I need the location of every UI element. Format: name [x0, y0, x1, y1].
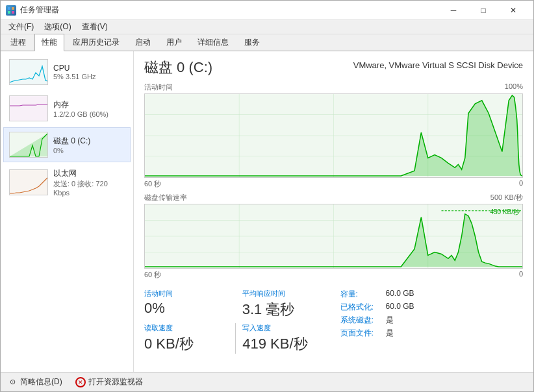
activity-chart-section: 活动时间 100%: [144, 82, 523, 189]
stat-read: 读取速度 0 KB/秒: [144, 323, 236, 354]
network-info: 以太网 发送: 0 接收: 720 Kbps: [53, 168, 125, 197]
formatted-value: 60.0 GB: [386, 302, 414, 313]
stat-formatted: 已格式化: 60.0 GB: [340, 302, 524, 313]
resource-monitor-label: 打开资源监视器: [88, 376, 143, 387]
stat-response: 平均响应时间 3.1 毫秒: [242, 289, 327, 319]
activity-value: 0%: [144, 300, 229, 317]
maximize-button[interactable]: □: [468, 1, 498, 20]
read-value: 0 KB/秒: [144, 334, 229, 354]
network-subtitle: 发送: 0 接收: 720 Kbps: [53, 179, 125, 197]
chart2-x-labels: 60 秒 0: [144, 270, 523, 280]
stat-row-bottom: 读取速度 0 KB/秒 写入速度 419 KB/秒: [144, 323, 327, 354]
app-icon: [6, 5, 16, 16]
cpu-mini-graph: [9, 59, 48, 85]
svg-rect-5: [10, 96, 47, 121]
disk-title: 磁盘 0 (C:): [53, 136, 125, 147]
system-value: 是: [386, 315, 394, 326]
cpu-title: CPU: [53, 64, 125, 73]
chart2-right-label: 450 KB/秒: [490, 208, 520, 217]
read-label: 读取速度: [144, 323, 229, 333]
stat-pagefile: 页面文件: 是: [340, 328, 524, 339]
window-controls: ─ □ ✕: [439, 1, 528, 20]
title-bar: 任务管理器 ─ □ ✕: [1, 1, 533, 20]
tab-performance[interactable]: 性能: [34, 34, 64, 51]
chart1-label: 活动时间: [144, 82, 173, 92]
pagefile-value: 是: [386, 328, 394, 339]
stat-activity: 活动时间 0%: [144, 289, 229, 319]
disk-mini-graph: [9, 132, 48, 158]
tab-process[interactable]: 进程: [3, 34, 33, 51]
tab-details[interactable]: 详细信息: [190, 34, 236, 51]
chart1-x-start: 60 秒: [144, 179, 161, 189]
collapse-label: 简略信息(D): [20, 376, 62, 387]
menu-file[interactable]: 文件(F): [3, 20, 39, 34]
resource-monitor-icon: ✕: [75, 377, 86, 387]
activity-chart: [144, 93, 523, 178]
detail-title: 磁盘 0 (C:): [144, 58, 212, 77]
close-button[interactable]: ✕: [498, 1, 528, 20]
tab-startup[interactable]: 启动: [128, 34, 158, 51]
capacity-label: 容量:: [340, 289, 386, 300]
menu-options[interactable]: 选项(O): [39, 20, 76, 34]
svg-rect-0: [8, 7, 10, 10]
activity-label: 活动时间: [144, 289, 229, 299]
write-label: 写入速度: [242, 323, 327, 333]
resource-monitor-button[interactable]: ✕ 打开资源监视器: [75, 376, 143, 387]
response-label: 平均响应时间: [242, 289, 327, 299]
memory-subtitle: 1.2/2.0 GB (60%): [53, 110, 125, 118]
pagefile-label: 页面文件:: [340, 328, 386, 339]
write-value: 419 KB/秒: [242, 334, 327, 354]
tab-services[interactable]: 服务: [237, 34, 267, 51]
tab-history[interactable]: 应用历史记录: [66, 34, 127, 51]
stat-row-top: 活动时间 0% 平均响应时间 3.1 毫秒: [144, 289, 327, 319]
window-title: 任务管理器: [20, 5, 59, 16]
svg-rect-1: [12, 7, 14, 10]
bottom-bar: ⊙ 简略信息(D) ✕ 打开资源监视器: [1, 372, 533, 391]
formatted-label: 已格式化:: [340, 302, 386, 313]
chart2-label: 磁盘传输速率: [144, 193, 187, 202]
collapse-icon: ⊙: [7, 377, 18, 387]
transfer-chart-section: 磁盘传输速率 500 KB/秒: [144, 193, 523, 280]
stats-right: 容量: 60.0 GB 已格式化: 60.0 GB 系统磁盘: 是 页面文件: …: [327, 289, 524, 354]
chart2-label-row: 磁盘传输速率 500 KB/秒: [144, 193, 523, 202]
capacity-value: 60.0 GB: [386, 289, 414, 300]
memory-info: 内存 1.2/2.0 GB (60%): [53, 99, 125, 118]
svg-rect-3: [12, 11, 14, 14]
stat-capacity: 容量: 60.0 GB: [340, 289, 524, 300]
network-title: 以太网: [53, 168, 125, 179]
detail-panel: 磁盘 0 (C:) VMware, VMware Virtual S SCSI …: [134, 51, 533, 372]
cpu-info: CPU 5% 3.51 GHz: [53, 64, 125, 80]
title-bar-left: 任务管理器: [6, 5, 59, 16]
chart1-max: 100%: [505, 82, 523, 92]
stats-section: 活动时间 0% 平均响应时间 3.1 毫秒 读取速度 0 KB/秒: [144, 289, 523, 354]
collapse-button[interactable]: ⊙ 简略信息(D): [7, 376, 62, 387]
detail-header: 磁盘 0 (C:) VMware, VMware Virtual S SCSI …: [144, 58, 523, 77]
response-value: 3.1 毫秒: [242, 300, 327, 319]
svg-rect-2: [8, 11, 10, 14]
chart1-x-end: 0: [519, 179, 523, 189]
sidebar-item-disk[interactable]: 磁盘 0 (C:) 0%: [3, 127, 131, 162]
system-label: 系统磁盘:: [340, 315, 386, 326]
minimize-button[interactable]: ─: [439, 1, 468, 20]
tab-users[interactable]: 用户: [159, 34, 189, 51]
sidebar: CPU 5% 3.51 GHz 内存 1.2/2.0 GB (60%): [1, 51, 134, 372]
sidebar-item-cpu[interactable]: CPU 5% 3.51 GHz: [3, 55, 131, 90]
memory-title: 内存: [53, 99, 125, 110]
tab-bar: 进程 性能 应用历史记录 启动 用户 详细信息 服务: [1, 34, 533, 51]
chart1-x-labels: 60 秒 0: [144, 179, 523, 189]
disk-subtitle: 0%: [53, 147, 125, 154]
memory-mini-graph: [9, 95, 48, 121]
stat-system: 系统磁盘: 是: [340, 315, 524, 326]
transfer-chart: 450 KB/秒: [144, 204, 523, 269]
sidebar-item-network[interactable]: 以太网 发送: 0 接收: 720 Kbps: [3, 164, 131, 201]
chart2-x-end: 0: [519, 270, 523, 280]
menu-view[interactable]: 查看(V): [77, 20, 113, 34]
disk-info: 磁盘 0 (C:) 0%: [53, 136, 125, 154]
stat-write: 写入速度 419 KB/秒: [236, 323, 327, 354]
menu-bar: 文件(F) 选项(O) 查看(V): [1, 20, 533, 34]
chart1-label-row: 活动时间 100%: [144, 82, 523, 92]
main-content: CPU 5% 3.51 GHz 内存 1.2/2.0 GB (60%): [1, 51, 533, 372]
chart2-max: 500 KB/秒: [490, 193, 523, 202]
sidebar-item-memory[interactable]: 内存 1.2/2.0 GB (60%): [3, 91, 131, 126]
chart2-x-start: 60 秒: [144, 270, 161, 280]
